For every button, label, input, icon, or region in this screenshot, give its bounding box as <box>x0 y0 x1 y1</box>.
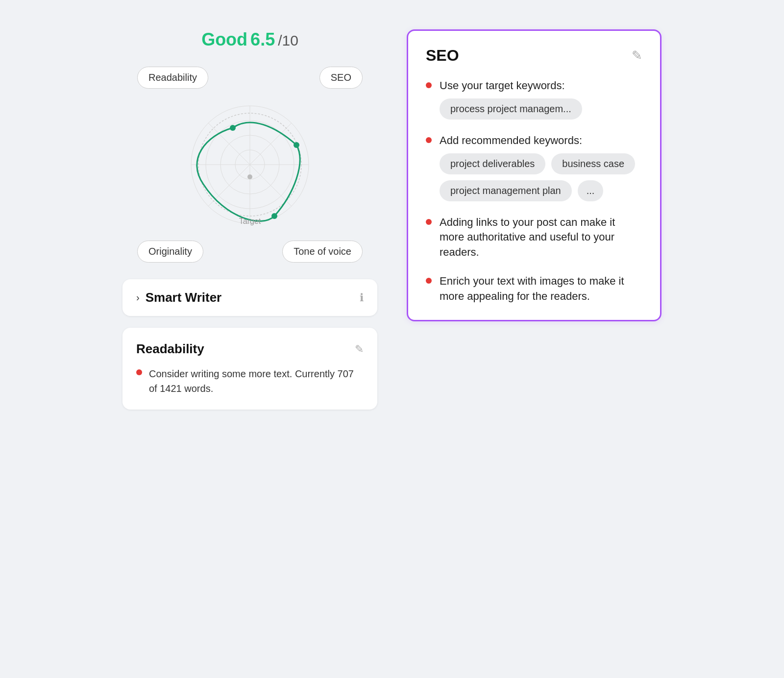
seo-bullet-2-text: Add recommended keywords: <box>440 133 582 148</box>
seo-dot-3 <box>426 219 432 225</box>
seo-bullet-1-text: Use your target keywords: <box>440 78 565 94</box>
radar-label-originality[interactable]: Originality <box>137 241 203 263</box>
seo-bullet-4-text: Enrich your text with images to make it … <box>440 274 642 304</box>
smart-writer-card[interactable]: › Smart Writer ℹ <box>122 279 377 316</box>
seo-dot-2 <box>426 137 432 143</box>
seo-chips-1: process project managem... <box>440 98 642 120</box>
svg-point-10 <box>294 142 299 148</box>
seo-bullet-1: Use your target keywords: process projec… <box>426 78 642 120</box>
seo-edit-icon[interactable]: ✎ <box>632 48 642 63</box>
seo-header: SEO ✎ <box>426 47 642 65</box>
info-icon[interactable]: ℹ <box>360 291 364 304</box>
left-panel: Good 6.5 /10 Readability SEO <box>108 20 392 419</box>
chip-process-project[interactable]: process project managem... <box>440 98 582 120</box>
seo-card: SEO ✎ Use your target keywords: process … <box>407 29 662 321</box>
seo-bullet-1-row: Use your target keywords: <box>426 78 642 94</box>
chip-project-management-plan[interactable]: project management plan <box>440 180 572 201</box>
score-row: Good 6.5 /10 <box>201 29 298 50</box>
score-value: 6.5 <box>250 29 275 50</box>
radar-label-tone[interactable]: Tone of voice <box>282 241 363 263</box>
seo-bullet-3-text: Adding links to your post can make it mo… <box>440 215 642 260</box>
svg-point-9 <box>230 125 236 131</box>
right-panel: SEO ✎ Use your target keywords: process … <box>392 20 676 331</box>
radar-section: Readability SEO <box>132 62 368 267</box>
seo-bullet-2: Add recommended keywords: project delive… <box>426 133 642 201</box>
svg-point-12 <box>247 174 252 179</box>
radar-label-readability[interactable]: Readability <box>137 67 208 89</box>
seo-title: SEO <box>426 47 459 65</box>
chip-project-deliverables[interactable]: project deliverables <box>440 153 545 174</box>
score-max: /10 <box>278 32 298 49</box>
smart-writer-arrow-icon: › <box>136 292 140 303</box>
radar-target-label: Target <box>239 217 261 226</box>
readability-header: Readability ✎ <box>136 341 364 357</box>
smart-writer-title: Smart Writer <box>146 290 222 305</box>
readability-title: Readability <box>136 341 204 357</box>
seo-bullet-4: Enrich your text with images to make it … <box>426 274 642 304</box>
seo-bullet-2-row: Add recommended keywords: <box>426 133 642 148</box>
seo-chips-2: project deliverables business case proje… <box>440 153 642 201</box>
chip-business-case[interactable]: business case <box>551 153 635 174</box>
chip-ellipsis[interactable]: ... <box>578 180 604 201</box>
svg-point-11 <box>271 213 277 219</box>
readability-red-dot <box>136 369 142 375</box>
seo-bullet-3: Adding links to your post can make it mo… <box>426 215 642 260</box>
readability-edit-icon[interactable]: ✎ <box>355 343 364 356</box>
readability-card: Readability ✎ Consider writing some more… <box>122 328 377 410</box>
score-good-label: Good <box>201 29 247 50</box>
radar-chart <box>176 91 323 238</box>
readability-bullet: Consider writing some more text. Current… <box>136 366 364 396</box>
seo-dot-1 <box>426 82 432 88</box>
radar-label-seo[interactable]: SEO <box>319 67 363 89</box>
readability-bullet-text: Consider writing some more text. Current… <box>149 366 364 396</box>
smart-writer-left: › Smart Writer <box>136 290 221 305</box>
seo-dot-4 <box>426 278 432 284</box>
